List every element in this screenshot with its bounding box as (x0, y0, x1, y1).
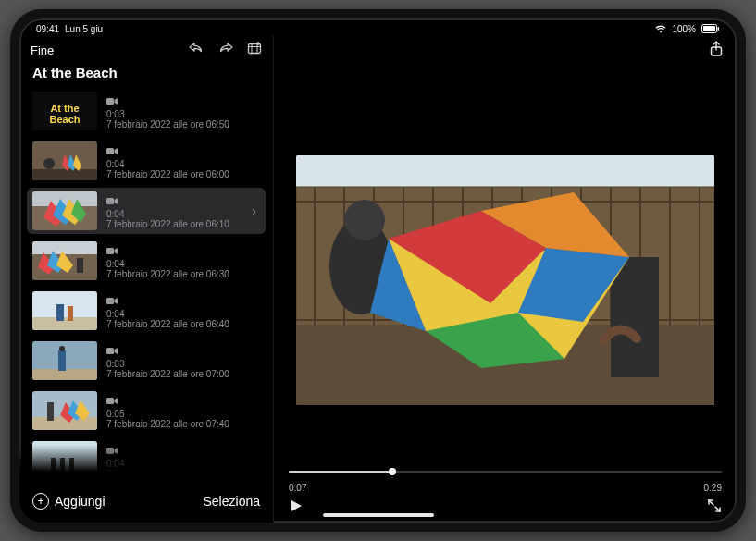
clip-row[interactable]: 0:05 7 febbraio 2022 alle ore 07:40 (27, 387, 266, 434)
svg-rect-21 (56, 304, 64, 321)
clip-row[interactable]: 0:03 7 febbraio 2022 alle ore 07:00 (27, 338, 266, 384)
clip-duration: 0:03 (106, 109, 260, 119)
svg-point-27 (59, 346, 65, 351)
video-icon (106, 392, 118, 409)
total-time: 0:29 (704, 483, 722, 493)
clip-thumbnail (32, 241, 97, 280)
svg-rect-2 (718, 27, 720, 31)
home-indicator[interactable] (323, 513, 434, 517)
video-icon (106, 142, 118, 159)
clip-row[interactable]: 0:04 7 febbraio 2022 alle ore 06:10 › (27, 188, 266, 234)
svg-rect-18 (106, 248, 114, 254)
chevron-right-icon[interactable]: › (252, 203, 260, 218)
sidebar-bottom-bar: + Aggiungi Seleziona (19, 484, 273, 523)
video-preview[interactable] (296, 155, 714, 405)
project-title: At the Beach (19, 61, 273, 88)
sidebar-top-bar: Fine (19, 35, 273, 61)
status-bar: 09:41 Lun 5 giu 100% (19, 18, 737, 35)
clip-thumbnail (32, 141, 97, 180)
clip-date: 7 febbraio 2022 alle ore 06:10 (106, 219, 242, 229)
scrubber[interactable] (289, 464, 722, 479)
svg-text:Beach: Beach (49, 114, 80, 125)
clip-duration: 0:03 (106, 359, 260, 369)
svg-rect-62 (611, 257, 659, 377)
clip-row[interactable]: 0:04 7 febbraio 2022 alle ore 06:40 (27, 288, 266, 334)
svg-rect-16 (32, 241, 97, 254)
storyboard-settings-icon[interactable] (247, 41, 262, 59)
svg-rect-28 (106, 348, 114, 354)
wifi-icon (655, 25, 666, 33)
video-icon (106, 342, 118, 359)
clip-duration: 0:04 (106, 309, 260, 319)
clip-date: 7 febbraio 2022 alle ore 06:30 (106, 269, 260, 279)
ipad-device-frame: 09:41 Lun 5 giu 100% Fine (10, 9, 746, 532)
clip-thumbnail (32, 191, 97, 230)
clip-duration: 0:04 (106, 159, 260, 169)
video-icon (106, 192, 118, 209)
svg-rect-17 (77, 258, 83, 273)
svg-rect-14 (106, 198, 114, 204)
done-button[interactable]: Fine (31, 43, 54, 57)
main-pane: 0:07 0:29 (274, 35, 737, 523)
svg-rect-11 (106, 148, 114, 154)
video-icon (106, 242, 118, 259)
clip-thumbnail (32, 291, 97, 330)
clip-row[interactable]: 0:04 7 febbraio 2022 … (27, 437, 266, 484)
svg-rect-26 (58, 350, 66, 371)
svg-rect-9 (32, 169, 97, 180)
svg-rect-22 (68, 306, 73, 321)
video-icon (106, 292, 118, 309)
redo-icon[interactable] (217, 42, 234, 58)
clip-date: 7 febbraio 2022 … (106, 469, 260, 479)
status-time: 09:41 (36, 24, 59, 34)
clip-date: 7 febbraio 2022 alle ore 07:40 (106, 419, 260, 429)
clip-date: 7 febbraio 2022 alle ore 06:00 (106, 169, 260, 179)
undo-icon[interactable] (188, 42, 204, 58)
clip-duration: 0:04 (106, 459, 260, 469)
svg-rect-38 (106, 448, 114, 454)
svg-rect-13 (32, 191, 97, 206)
svg-rect-1 (703, 26, 715, 31)
svg-point-61 (344, 200, 385, 240)
clip-thumbnail (32, 391, 97, 430)
svg-rect-41 (296, 155, 714, 187)
clip-row[interactable]: 0:04 7 febbraio 2022 alle ore 06:00 (27, 138, 266, 184)
clip-date: 7 febbraio 2022 alle ore 06:50 (106, 119, 260, 129)
clip-thumbnail (32, 441, 97, 480)
clip-thumbnail (32, 341, 97, 380)
video-icon (106, 92, 118, 109)
battery-icon (701, 24, 720, 33)
clip-duration: 0:05 (106, 409, 260, 419)
svg-rect-36 (60, 458, 65, 471)
clip-row[interactable]: At theBeach 0:03 7 febbraio 2022 alle or… (27, 88, 266, 134)
video-icon (106, 442, 118, 459)
select-button[interactable]: Seleziona (204, 494, 261, 509)
svg-rect-35 (51, 458, 56, 471)
share-icon[interactable] (709, 41, 724, 55)
add-label: Aggiungi (55, 494, 105, 509)
clip-thumbnail: At theBeach (32, 92, 97, 130)
current-time: 0:07 (289, 483, 306, 493)
svg-rect-31 (47, 402, 54, 421)
app-content: Fine At the Beach (19, 35, 737, 523)
add-button[interactable]: + Aggiungi (32, 493, 105, 510)
sidebar: Fine At the Beach (19, 35, 274, 523)
play-button[interactable] (289, 498, 304, 517)
svg-rect-30 (32, 417, 97, 430)
clip-date: 7 febbraio 2022 alle ore 07:00 (106, 369, 260, 379)
clip-duration: 0:04 (106, 259, 260, 269)
battery-percent: 100% (672, 24, 696, 34)
svg-point-10 (43, 158, 55, 169)
clip-row[interactable]: 0:04 7 febbraio 2022 alle ore 06:30 (27, 238, 266, 284)
svg-rect-37 (69, 458, 74, 471)
fullscreen-button[interactable] (707, 498, 722, 517)
svg-rect-7 (106, 98, 114, 105)
plus-icon: + (32, 493, 49, 510)
svg-rect-32 (106, 398, 114, 404)
svg-rect-20 (32, 317, 97, 330)
svg-text:At the: At the (50, 103, 79, 114)
clip-duration: 0:04 (106, 209, 242, 219)
status-date: Lun 5 giu (65, 24, 103, 34)
svg-rect-23 (106, 298, 114, 304)
clip-list[interactable]: At theBeach 0:03 7 febbraio 2022 alle or… (19, 88, 273, 484)
